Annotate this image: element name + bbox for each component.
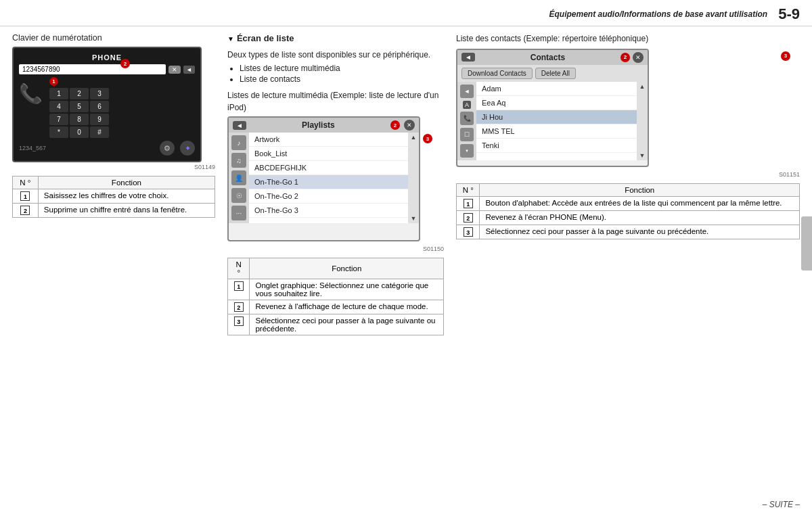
phone-x-button[interactable]: ✕ [168, 66, 181, 74]
table-row: 2 Supprime un chiffre entré dans la fenê… [13, 204, 215, 218]
right-table-col2: Fonction [480, 183, 800, 196]
playlist-screen-mockup: ◄ Playlists 2 ✕ ♪ ♫ 👤 ☉ ··· Artwork [227, 116, 420, 241]
ct-title: Contacts [478, 53, 618, 62]
list-item[interactable]: Tenki [476, 139, 637, 153]
key-0[interactable]: 0 [70, 126, 89, 138]
mid-body2: Listes de lecture multimédia (Exemple: l… [227, 89, 444, 114]
pl-side-icon-3[interactable]: 👤 [231, 170, 246, 185]
pl-side-icon-1[interactable]: ♪ [231, 135, 246, 150]
right-row2-n: 2 [457, 210, 480, 225]
num-box-1: 1 [20, 191, 30, 201]
pl-body: ♪ ♫ 👤 ☉ ··· Artwork Book_List ABCDEFGHIJ… [229, 133, 419, 223]
key-hash[interactable]: # [90, 126, 109, 138]
settings-icon[interactable]: ⚙ [160, 141, 175, 156]
middle-column: ▼ Écran de liste Deux types de liste son… [227, 33, 444, 502]
mid-section-title: Écran de liste [237, 33, 294, 43]
pl-scroll-down[interactable]: ▼ [411, 215, 417, 222]
key-7[interactable]: 7 [49, 114, 68, 125]
left-column: Clavier de numérotation PHONE 1234567890… [12, 33, 215, 502]
left-row2-fn: Supprime un chiffre entré dans la fenêtr… [38, 204, 215, 218]
left-function-table: N ° Fonction 1 Saisissez les chiffres de… [12, 176, 215, 218]
keypad-badge-1: 1 [49, 77, 58, 86]
table-row: 1 Bouton d'alphabet: Accède aux entrées … [457, 196, 800, 210]
right-row1-n: 1 [457, 196, 480, 210]
left-row1-n: 1 [13, 189, 39, 204]
side-tab [801, 216, 812, 271]
key-2[interactable]: 2 [70, 88, 89, 99]
right-section-title: Liste des contacts (Exemple: répertoire … [456, 33, 800, 45]
key-star[interactable]: * [49, 126, 68, 138]
list-item[interactable]: Artwork [249, 133, 408, 147]
ct-scroll-up[interactable]: ▲ [639, 83, 646, 90]
num-box-m2: 2 [234, 302, 244, 312]
list-item[interactable]: Eea Aq [476, 96, 637, 110]
pl-back-button[interactable]: ◄ [233, 121, 246, 130]
key-4[interactable]: 4 [49, 101, 68, 112]
list-item[interactable]: Book_List [249, 147, 408, 161]
list-item[interactable]: Adam [476, 82, 637, 96]
phone-code-label: 1234_567 [19, 145, 46, 151]
key-8[interactable]: 8 [70, 114, 89, 125]
ct-delete-button[interactable]: Delete All [535, 68, 576, 79]
bullet-item-2: Liste de contacts [240, 74, 444, 84]
ct-body: ◄ A 📞 ☐ ▼ Adam Eea Aq Ji Hou MMS TEL Ten… [457, 82, 648, 160]
call-icon: 📞 [19, 83, 43, 138]
left-section-title: Clavier de numérotation [12, 33, 215, 43]
mid-table-col2: Fonction [250, 258, 444, 279]
page-number: 5-9 [778, 5, 800, 23]
ct-action-bar: Download Contacts Delete All [457, 65, 648, 82]
bluetooth-icon[interactable]: ✦ [180, 141, 195, 156]
ct-sidebar: ◄ A 📞 ☐ ▼ [457, 82, 476, 160]
list-item[interactable]: Ji Hou [476, 110, 637, 124]
ct-back-button[interactable]: ◄ [461, 53, 475, 62]
pl-side-icon-4[interactable]: ☉ [231, 188, 246, 203]
num-box-r2: 2 [464, 213, 473, 222]
phone-arrow-button[interactable]: ◄ [183, 66, 195, 74]
ct-badge-2: 2 [621, 53, 630, 62]
key-9[interactable]: 9 [90, 114, 109, 125]
num-box-r3: 3 [464, 227, 473, 237]
ct-side-icon-1[interactable]: ◄ [460, 85, 474, 98]
mid-row1-n: 1 [228, 279, 250, 300]
list-item[interactable]: On-The-Go 2 [249, 189, 408, 204]
mid-body1: Deux types de liste sont disponibles sur… [227, 49, 444, 61]
ct-right-scrollbar: ▲ ▼ [637, 82, 648, 160]
pl-close-button[interactable]: ✕ [404, 120, 415, 131]
table-row: 2 Revenez à l'écran PHONE (Menu). [457, 210, 800, 225]
list-item[interactable]: On-The-Go 3 [249, 204, 408, 218]
ct-alpha-badge[interactable]: A [463, 101, 471, 109]
ct-side-icon-2[interactable]: 📞 [460, 112, 474, 125]
right-row3-n: 3 [457, 225, 480, 239]
mid-row1-fn: Onglet graphique: Sélectionnez une catég… [250, 279, 444, 300]
left-table-col2: Fonction [38, 177, 215, 189]
ct-side-icon-4[interactable]: ▼ [460, 144, 474, 158]
page-footer: – SUITE – [763, 500, 800, 509]
phone-input-bar: 1234567890 [19, 64, 166, 74]
ct-s-code: S01151 [456, 171, 800, 178]
ct-list: Adam Eea Aq Ji Hou MMS TEL Tenki [476, 82, 637, 160]
pl-scroll-up[interactable]: ▲ [411, 134, 417, 141]
list-item[interactable]: On-The-Go 1 [249, 175, 408, 189]
ct-download-button[interactable]: Download Contacts [461, 68, 533, 79]
ct-close-button[interactable]: ✕ [633, 52, 644, 63]
ct-scroll-down[interactable]: ▼ [639, 152, 646, 159]
table-row: 1 Saisissez les chiffres de votre choix. [13, 189, 215, 204]
list-item[interactable]: MMS TEL [476, 124, 637, 139]
pl-right-scrollbar: ▲ ▼ [408, 133, 419, 223]
mid-bullet-list: Listes de lecture multimédia Liste de co… [240, 64, 444, 85]
pl-side-icon-5[interactable]: ··· [231, 206, 246, 220]
key-5[interactable]: 5 [70, 101, 89, 112]
right-function-table: N ° Fonction 1 Bouton d'alphabet: Accède… [456, 183, 800, 239]
right-row2-fn: Revenez à l'écran PHONE (Menu). [480, 210, 800, 225]
list-item[interactable]: ABCDEFGHIJK [249, 161, 408, 175]
mid-row3-n: 3 [228, 314, 250, 335]
phone-screen-mockup: PHONE 1234567890 ✕ ◄ 2 📞 1 1 2 3 4 [12, 47, 202, 162]
pl-badge-2: 2 [390, 120, 400, 130]
left-table-col1: N ° [13, 177, 39, 189]
key-6[interactable]: 6 [90, 101, 109, 112]
pl-side-icon-2[interactable]: ♫ [231, 153, 246, 168]
ct-side-icon-3[interactable]: ☐ [460, 128, 474, 141]
pl-title: Playlists [250, 120, 386, 130]
key-3[interactable]: 3 [90, 88, 109, 99]
key-1[interactable]: 1 [49, 88, 68, 99]
